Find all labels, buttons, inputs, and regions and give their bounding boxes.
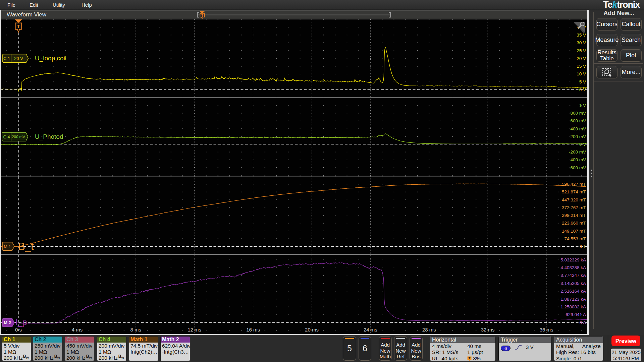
svg-text:5 V: 5 V [579,79,586,84]
svg-text:400 mV: 400 mV [570,126,586,131]
svg-text:596.427 mT: 596.427 mT [562,182,586,187]
svg-text:30 V: 30 V [577,40,586,45]
svg-text:4 ms: 4 ms [72,327,83,333]
svg-text:10 V: 10 V [577,71,586,76]
svg-text:521.874 mT: 521.874 mT [562,189,586,194]
svg-text:149.107 mT: 149.107 mT [562,229,586,234]
svg-text:298.214 mT: 298.214 mT [562,213,586,218]
svg-text:20 V: 20 V [14,56,23,61]
svg-text:28 ms: 28 ms [422,327,436,333]
svg-text:-400 mV: -400 mV [569,157,586,162]
svg-text:3.774247 kA: 3.774247 kA [560,273,586,278]
svg-text:5.032329 kA: 5.032329 kA [560,257,586,262]
svg-text:447.320 mT: 447.320 mT [562,197,586,202]
svg-text:15 V: 15 V [577,64,586,69]
svg-text:C 4: C 4 [3,134,10,139]
svg-text:3.145205 kA: 3.145205 kA [560,281,586,286]
svg-text:U_Photod: U_Photod [35,133,63,140]
svg-text:12 ms: 12 ms [187,327,201,333]
svg-text:372.767 mT: 372.767 mT [562,205,586,210]
svg-text:T: T [17,23,20,29]
svg-text:C 1: C 1 [3,56,10,61]
svg-text:200 mV: 200 mV [12,135,25,139]
svg-text:32 ms: 32 ms [481,327,495,333]
svg-text:I_p: I_p [15,317,27,327]
svg-text:-600 mV: -600 mV [569,165,586,170]
svg-text:-200 mV: -200 mV [569,149,586,155]
svg-text:T: T [469,356,471,360]
svg-text:800 mV: 800 mV [570,111,586,116]
svg-text:Waveform View: Waveform View [7,11,47,18]
svg-text:0 s: 0 s [15,327,22,333]
svg-text:0 A: 0 A [579,320,586,325]
svg-text:1.887123 kA: 1.887123 kA [560,297,586,302]
svg-text:629.041 A: 629.041 A [566,312,586,317]
svg-text:B_t: B_t [18,241,34,252]
svg-text:4.403288 kA: 4.403288 kA [560,265,586,270]
svg-text:0 V: 0 V [579,87,586,92]
svg-text:1 V: 1 V [579,103,586,108]
svg-text:T: T [201,13,204,17]
svg-text:1.258082 kA: 1.258082 kA [560,304,586,309]
svg-text:223.660 mT: 223.660 mT [562,221,586,226]
svg-text:200 mV: 200 mV [570,134,586,139]
svg-text:35 V: 35 V [577,33,586,38]
svg-text:20 ms: 20 ms [305,327,319,333]
svg-text:M 2: M 2 [4,320,11,325]
svg-text:8 ms: 8 ms [130,327,142,333]
svg-text:M 1: M 1 [4,244,11,249]
svg-text:36 ms: 36 ms [540,327,553,333]
svg-text:74.553 mT: 74.553 mT [564,236,586,241]
svg-text:U_loop,coil: U_loop,coil [35,55,66,62]
svg-text:24 ms: 24 ms [364,327,377,333]
svg-text:600 mV: 600 mV [570,118,586,123]
svg-text:0 V: 0 V [579,142,586,147]
svg-text:16 ms: 16 ms [246,327,260,333]
svg-text:25 V: 25 V [577,48,586,53]
svg-text:0 T: 0 T [580,244,586,249]
svg-text:2.516164 kA: 2.516164 kA [560,289,586,294]
svg-text:20 V: 20 V [577,56,586,61]
